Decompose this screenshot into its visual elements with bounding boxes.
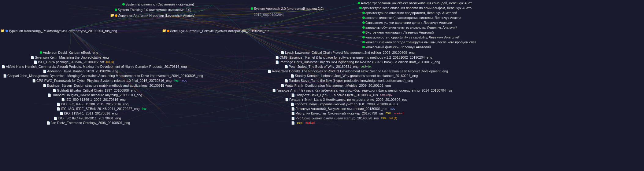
- node-watts[interactable]: 📄 Watts Frank_Configuration Management M…: [281, 84, 391, 87]
- node-systhink[interactable]: System Thinking 2.0 (системное мышление …: [115, 8, 191, 12]
- node-arch-pred[interactable]: архитектурное описание предприятия, Леве…: [362, 11, 457, 15]
- node-variants[interactable]: варианты обучения чему-то сложному, Леве…: [362, 26, 457, 29]
- node-mizgulin[interactable]: 📄 Мизгулин Вячеслав_Системный инженер_20…: [291, 111, 404, 115]
- node-omg[interactable]: 📄 OMG_Essence - Kernel & language for so…: [275, 56, 432, 59]
- node-dot-arch-pred: [362, 12, 365, 14]
- node-hubbard[interactable]: 📄 Hubbard Douglas_How to measure anythin…: [47, 93, 142, 97]
- node-iso15926[interactable]: 📄 ISO_15926 package_201504_20180312.pdf …: [34, 60, 115, 64]
- node-label-rice: Рис Эрик_Бизнес с нуля (Lean startup)_20…: [295, 116, 379, 120]
- node-swenson[interactable]: 📄 Swenson Keith_Mastering the Unpredicta…: [31, 56, 109, 59]
- node-pearl[interactable]: 📄 Pearl Judea_The Book of Why_20180531_e…: [284, 65, 372, 68]
- folder-icon-levlit: 📁: [162, 29, 166, 33]
- badge-free-cps: free: [173, 79, 180, 82]
- node-goldratt-cel[interactable]: 📄 Голдратт Элия_Цель 1 Та самая цель_201…: [291, 93, 393, 97]
- node-gavande[interactable]: 📄 Гаванде Атул_Чек-лист. Как избежать гл…: [272, 89, 452, 92]
- node-sebok[interactable]: 📄 IEC, ISO, IEEE_SEBoK 29148-2011_201702…: [57, 107, 147, 111]
- node-dot-arch-sse: [359, 7, 362, 9]
- node-iso-iec-ieee[interactable]: 📄 ISO, IEC, IEEE_15288_2015_20170816_eng: [57, 102, 128, 106]
- node-aspects[interactable]: аспекты (ипостаси) рассмотрения системы,…: [362, 16, 461, 20]
- node-dot-vocal: [362, 41, 365, 43]
- node-stanley[interactable]: 📄 Stanley Kenneth, Lehman Joel_Why great…: [291, 74, 418, 78]
- node-dot-vocal-fit: [362, 46, 365, 48]
- node-label-iso15926: ISO_15926 package_201504_20180312.pdf: [38, 60, 104, 64]
- badge-marked-rice2: marked: [305, 121, 316, 125]
- file-icon-eppinger: 📄: [43, 84, 46, 87]
- file-icon-goldratt-el: 📄: [53, 89, 56, 92]
- node-label-partridge: Partridge Chris_Business Objects Re-Engi…: [279, 60, 440, 64]
- node-label-levlit: Левенчук Анатолий_Рекомендуемая литерату…: [170, 29, 269, 33]
- node-label-tendon: Tendon Steve_Tame the flow (Hyper-produc…: [289, 79, 413, 82]
- file-icon-anderson2: 📄: [43, 70, 46, 73]
- node-iec81346[interactable]: 📄 IEC_ISO 81346-1_2009_20170816_eng: [61, 98, 126, 101]
- node-opportunity[interactable]: «возможность»: opportunity vs capability…: [362, 35, 459, 39]
- file-icon-iec81346: 📄: [61, 98, 65, 101]
- node-alpha-req[interactable]: Альфа требования как объект отслеживания…: [358, 1, 472, 5]
- file-icon-iso-iso-iec: 📄: [54, 117, 57, 120]
- node-anderson-kanban2[interactable]: 📄 Anderson David_Kanban_2010_20190204_en…: [43, 69, 118, 73]
- node-rice[interactable]: 📄 Рис Эрик_Бизнес с нуля (Lean startup)_…: [291, 116, 398, 120]
- file-icon-jan-dietz: 📄: [46, 121, 50, 125]
- node-label-bank: банковские услуги (хранение денег), Леве…: [365, 21, 452, 24]
- node-cps[interactable]: 📄 CPS PWG_Framework for Cyber-Physical S…: [32, 79, 188, 82]
- node-dot-levlit: [167, 30, 169, 32]
- node-lev-viz[interactable]: 📄 Левенчук Анатолий_Визуальное мышление_…: [291, 107, 396, 111]
- node-arch-sse[interactable]: архитектура эссе описания проекта по сем…: [359, 6, 472, 10]
- file-icon-pearl: 📄: [284, 65, 288, 68]
- node-levlit[interactable]: 📁 Левенчук Анатолий_Рекомендуемая литера…: [162, 29, 269, 33]
- node-levenchuk-person[interactable]: 📁 Левенчук Анатолий Игоревин (Levenchuk …: [110, 13, 195, 17]
- node-inner-motiv[interactable]: Внутренняя мотивация, Левенчук Анатолий: [362, 31, 434, 34]
- node-label-sebok: IEC, ISO, IEEE_SEBoK 29148-2011_20170227…: [61, 107, 139, 111]
- node-rice2[interactable]: 📄 59% marked: [291, 121, 316, 125]
- node-vocal-fit[interactable]: «вокальный фитнес», Левенчук Анатолий: [362, 45, 431, 49]
- node-jan-dietz[interactable]: 📄 Jan Dietz_Enterprise Ontology_2006_201…: [46, 121, 130, 125]
- node-label-vocal: «вокал» сначала полгода тренируем мышцы,…: [365, 40, 476, 44]
- node-leach[interactable]: 📄 Leach Lawrence_Critical Chain Project …: [281, 51, 415, 54]
- file-icon-mizgulin: 📄: [291, 112, 295, 115]
- node-iso11354[interactable]: 📄 ISO_11354-1_2011_20170816_eng: [60, 111, 118, 115]
- node-label-opportunity: «возможность»: opportunity vs capability…: [365, 35, 459, 39]
- node-dot-inner-motiv: [362, 31, 365, 34]
- node-corbett[interactable]: 📄 Корбетт Томас_Управленческий учёт по Т…: [291, 102, 398, 106]
- file-icon-partridge: 📄: [275, 60, 279, 64]
- node-label-anderson2: Anderson David_Kanban_2010_20190204_eng: [47, 69, 118, 73]
- node-label-aspects: аспекты (ипостаси) рассмотрения системы,…: [365, 16, 461, 20]
- node-eppinger[interactable]: 📄 Eppinger Steven_Design structure matri…: [43, 84, 172, 87]
- node-syseng[interactable]: System Engineering (Системная инженерия): [122, 2, 194, 6]
- file-icon-tendon: 📄: [284, 79, 288, 82]
- node-altfeld[interactable]: 📄 Altfeld Hans-Henrich_Commercial Aircra…: [2, 65, 187, 68]
- node-dot-sysapproach: [251, 7, 253, 10]
- file-icon-rice: 📄: [291, 117, 295, 120]
- node-label-pearl: Pearl Judea_The Book of Why_20180531_eng: [289, 65, 359, 68]
- node-anderson-kanban[interactable]: Anderson David_Kanban eBook_eng: [40, 51, 98, 54]
- node-label-eppinger: Eppinger Steven_Design structure matrix …: [47, 84, 172, 87]
- node-partridge[interactable]: 📄 Partridge Chris_Business Objects Re-En…: [275, 60, 440, 64]
- node-goldratt-3[interactable]: 📄 Голдратт Элия_Цель 3 Необходимо, но не…: [285, 98, 407, 101]
- node-dot-alpha: [358, 2, 360, 4]
- node-reinertsen[interactable]: 📄 Reinertsen Donald_The Principles of Pr…: [268, 69, 448, 73]
- node-sysapproach[interactable]: System Approach 2.0 (системный подход 2.…: [251, 7, 324, 10]
- node-label-swenson: Swenson Keith_Mastering the Unpredictabl…: [35, 56, 109, 59]
- node-bank[interactable]: банковские услуги (хранение денег), Леве…: [362, 21, 452, 24]
- node-goldratt-el[interactable]: 📄 Goldratt Eliyahu_Critical Chain_1997_2…: [53, 89, 136, 92]
- node-caspari[interactable]: 📄 Caspari John_Management Dynamics - Mer…: [3, 74, 203, 78]
- file-icon-lev-viz: 📄: [291, 107, 295, 111]
- node-label-arch-sse: архитектура эссе описания проекта по сем…: [362, 6, 472, 10]
- file-icon-sebok: 📄: [57, 107, 60, 111]
- badge-hard-copy: hard copy: [379, 93, 393, 97]
- file-icon-goldratt-3: 📄: [285, 98, 289, 101]
- node-vocal[interactable]: «вокал» сначала полгода тренируем мышцы,…: [362, 40, 476, 44]
- node-tendon[interactable]: 📄 Tendon Steve_Tame the flow (Hyper-prod…: [284, 79, 413, 82]
- file-icon-caspari: 📄: [3, 74, 7, 78]
- node-label-caspari: Caspari John_Management Dynamics - Mergi…: [7, 74, 203, 78]
- node-label-stanley: Stanley Kenneth, Lehman Joel_Why greatne…: [295, 74, 418, 78]
- file-icon-rice2: 📄: [291, 121, 295, 125]
- file-icon-gavande: 📄: [272, 89, 276, 92]
- node-label-jan-dietz: Jan Dietz_Enterprise Ontology_2006_20100…: [51, 121, 130, 125]
- node-iso-iso-iec[interactable]: 📄 ISO_ISO IEC 42010-2011_20170601_eng: [54, 116, 121, 120]
- file-icon-corbett: 📄: [291, 103, 294, 106]
- node-dot-opportunity: [362, 36, 365, 38]
- node-label-mizgulin: Мизгулин Вячеслав_Системный инженер_2017…: [295, 111, 383, 115]
- node-label-syseng: System Engineering (Системная инженерия): [125, 2, 194, 6]
- node-turkhanov[interactable]: 📁 Турханов Александр_Рекомендуемая литер…: [1, 29, 117, 33]
- node-label-systhink: System Thinking 2.0 (системное мышление …: [118, 8, 191, 12]
